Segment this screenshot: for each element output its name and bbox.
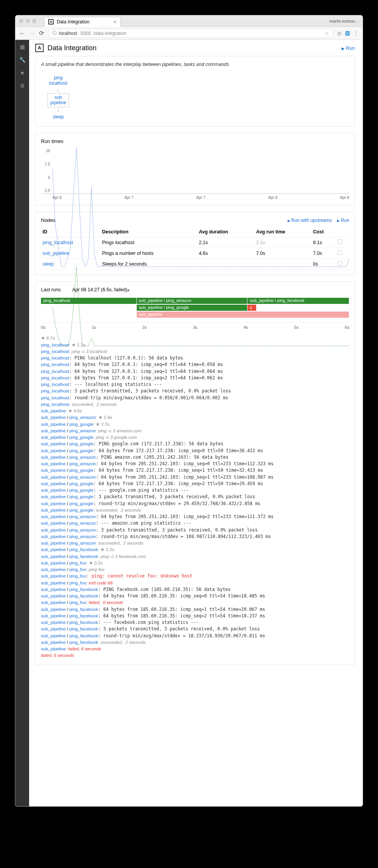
log-node-link[interactable]: sub_pipeline	[41, 461, 66, 466]
log-node-link[interactable]: ping_amazon	[69, 541, 96, 545]
log-node-link[interactable]: sub_pipeline	[41, 488, 66, 492]
bookmark-icon[interactable]: ☆	[325, 31, 329, 36]
log-line: sub_pipeline / ping_foo: ping foo	[41, 566, 349, 573]
url-input[interactable]: ⓘ localhost:5000/data-integration ☆	[48, 29, 333, 38]
log-node-link[interactable]: ping_foo	[69, 567, 86, 572]
log-line: sub_pipeline / ping_facebook: ★ 2.2s	[41, 546, 349, 553]
log-node-link[interactable]: ping_amazon	[69, 534, 96, 539]
log-node-link[interactable]: sub_pipeline	[41, 501, 66, 506]
log-node-link[interactable]: sub_pipeline	[41, 468, 66, 473]
log-node-link[interactable]: ping_facebook	[69, 614, 98, 618]
log-node-link[interactable]: ping_google	[69, 468, 93, 473]
log-line: sub_pipeline / ping_facebook: 3 packets …	[41, 626, 349, 632]
log-node-link[interactable]: ping_facebook	[69, 587, 98, 592]
log-node-link[interactable]: ping_google	[69, 481, 93, 486]
log-node-link[interactable]: ping_amazon	[69, 475, 96, 479]
flow-node-sleep[interactable]: sleep	[51, 113, 66, 121]
log-node-link[interactable]: sub_pipeline	[41, 627, 66, 631]
log-node-link[interactable]: ping_facebook	[69, 640, 98, 645]
log-node-link[interactable]: ping_amazon	[69, 521, 96, 525]
log-node-link[interactable]: ping_amazon	[69, 514, 96, 519]
close-tab-icon[interactable]: ×	[113, 19, 116, 25]
log-node-link[interactable]: sub_pipeline	[41, 541, 66, 545]
log-line: sub_pipeline / ping_amazon: 64 bytes fro…	[41, 514, 349, 520]
log-node-link[interactable]: ping_foo	[69, 574, 86, 578]
log-node-link[interactable]: ping_foo	[69, 600, 86, 605]
log-node-link[interactable]: sub_pipeline	[41, 475, 66, 479]
log-node-link[interactable]: sub_pipeline	[41, 554, 66, 559]
log-node-link[interactable]: sub_pipeline	[41, 633, 66, 638]
log-node-link[interactable]: sub_pipeline	[41, 528, 66, 532]
browser-profile-label[interactable]: martin.loetzsc...	[329, 19, 359, 23]
log-node-link[interactable]: sub_pipeline	[41, 600, 66, 605]
log-node-link[interactable]: ping_facebook	[69, 627, 98, 631]
browser-tab[interactable]: A Data Integration ×	[44, 17, 121, 27]
log-node-link[interactable]: ping_facebook	[69, 620, 98, 625]
extension-badge[interactable]: 0	[345, 31, 350, 36]
gantt-bar[interactable]: sub_pipeline	[137, 312, 349, 318]
log-node-link[interactable]: ping_facebook	[69, 594, 98, 598]
log-node-link[interactable]: sub_pipeline	[41, 481, 66, 486]
log-node-link[interactable]: ping_foo	[69, 561, 86, 565]
log-node-link[interactable]: sub_pipeline	[41, 640, 66, 645]
back-icon[interactable]: ←	[19, 30, 25, 37]
log-node-link[interactable]: sub_pipeline	[41, 448, 66, 453]
log-node-link[interactable]: sub_pipeline	[41, 521, 66, 525]
site-info-icon[interactable]: ⓘ	[52, 30, 57, 36]
log-node-link[interactable]: ping_google	[69, 501, 93, 506]
gantt-bar[interactable]: ping_localhost	[41, 298, 137, 304]
wrench-icon[interactable]: 🔧	[19, 57, 26, 63]
browser-window: A Data Integration × martin.loetzsc... ←…	[15, 15, 363, 806]
minimize-window-icon[interactable]	[26, 19, 30, 23]
log-node-link[interactable]: ping_google	[69, 508, 93, 512]
log-node-link[interactable]: ping_google	[69, 494, 93, 499]
log-node-link[interactable]: sub_pipeline	[41, 534, 66, 539]
log-node-link[interactable]: sub_pipeline	[41, 494, 66, 499]
log-node-link[interactable]: sub_pipeline	[41, 587, 66, 592]
log-node-link[interactable]: sub_pipeline	[41, 646, 66, 651]
star-icon[interactable]: ★	[20, 70, 25, 76]
run-button[interactable]: Run	[342, 45, 355, 51]
log-line: sub_pipeline / ping_amazon: round-trip m…	[41, 533, 349, 540]
close-window-icon[interactable]	[19, 19, 23, 23]
gear-icon[interactable]: ⚙	[20, 83, 25, 89]
log-node-link[interactable]: sub_pipeline	[41, 581, 66, 585]
maximize-window-icon[interactable]	[32, 19, 36, 23]
gantt-bar[interactable]: s	[247, 305, 257, 311]
traffic-lights	[19, 19, 36, 23]
log-node-link[interactable]: sub_pipeline	[41, 561, 66, 565]
log-node-link[interactable]: sub_pipeline	[41, 574, 66, 578]
log-node-link[interactable]: sub_pipeline	[41, 455, 66, 459]
gantt-bar[interactable]: sub_pipeline / ping_facebook	[247, 298, 349, 304]
gantt-bar[interactable]: sub_pipeline / ping_google	[137, 305, 248, 311]
forward-icon[interactable]: →	[29, 30, 35, 37]
log-node-link[interactable]: sub_pipeline	[41, 614, 66, 618]
log-node-link[interactable]: ping_google	[69, 448, 93, 453]
log-node-link[interactable]: sub_pipeline	[41, 508, 66, 512]
flow-node-sub-pipeline[interactable]: sub pipeline	[47, 93, 69, 107]
log-node-link[interactable]: ping_amazon	[69, 455, 96, 459]
log-node-link[interactable]: sub_pipeline	[41, 594, 66, 598]
log-node-link[interactable]: sub_pipeline	[41, 567, 66, 572]
log-node-link[interactable]: ping_facebook	[69, 633, 98, 638]
log-node-link[interactable]: ping_amazon	[69, 528, 96, 532]
log-node-link[interactable]: ping_foo	[69, 581, 86, 585]
log-node-link[interactable]: sub_pipeline	[41, 547, 66, 552]
popup-blocked-icon[interactable]: ⊘	[337, 30, 342, 36]
log-node-link[interactable]: ping_facebook	[69, 547, 98, 552]
log-line: sub_pipeline / ping_amazon: PING amazon.…	[41, 454, 349, 461]
log-node-link[interactable]: ping_facebook	[69, 554, 98, 559]
flow-node-ping-localhost[interactable]: ping localhost	[47, 74, 69, 87]
log-line: sub_pipeline / ping_facebook: 64 bytes f…	[41, 593, 349, 599]
log-node-link[interactable]: sub_pipeline	[41, 514, 66, 519]
log-node-link[interactable]: ping_facebook	[69, 607, 98, 612]
log-node-link[interactable]: sub_pipeline	[41, 620, 66, 625]
grid-icon[interactable]: ▦	[20, 44, 25, 50]
menu-icon[interactable]: ⋮	[353, 30, 359, 36]
gantt-bar[interactable]: sub_pipeline / ping_amazon	[137, 298, 248, 304]
overview-card: A small pipeline that demonstrates the i…	[35, 56, 355, 126]
reload-icon[interactable]: ⟳	[39, 30, 44, 37]
log-node-link[interactable]: sub_pipeline	[41, 607, 66, 612]
log-node-link[interactable]: ping_google	[69, 488, 93, 492]
log-node-link[interactable]: ping_amazon	[69, 461, 96, 466]
